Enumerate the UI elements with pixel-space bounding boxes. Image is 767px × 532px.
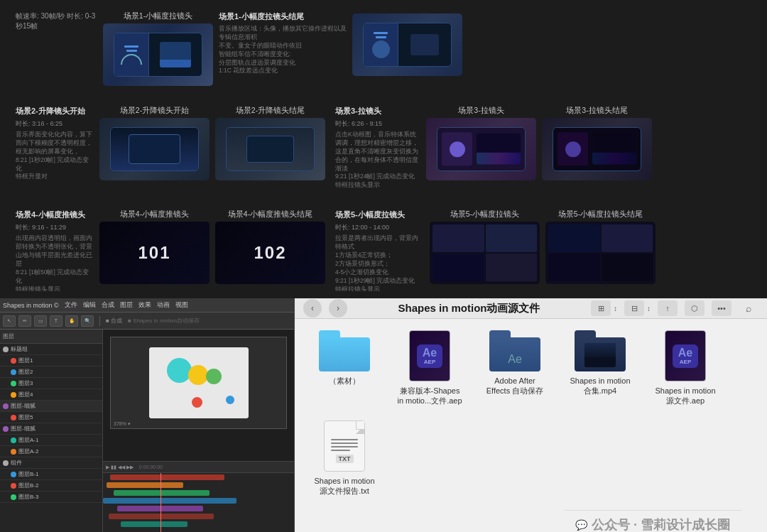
ae-icon-label: Ae AEP <box>417 344 442 368</box>
ae-tool-pen[interactable]: ✏ <box>18 315 31 327</box>
ae-tab-comp[interactable]: ■ 合成 <box>106 317 122 325</box>
ae-track-blue <box>103 498 236 504</box>
ae-layer-dot-12 <box>11 483 16 489</box>
ae-layer-dot-3 <box>11 381 16 386</box>
ae-layer-9[interactable]: 图层A-2 <box>0 446 102 457</box>
ae-tool-zoom[interactable]: 🔍 <box>81 315 94 327</box>
fb-folder-ae-label: Adobe AfterEffects 自动保存 <box>486 376 543 396</box>
fb-folder-material-label: （素材） <box>329 376 360 386</box>
ae-tool-hand[interactable]: ✋ <box>65 315 78 327</box>
ae-layer-5[interactable]: 图层-细腻 <box>0 401 102 412</box>
ae-menu-layer[interactable]: 图层 <box>120 300 133 310</box>
ae-layer-dot-5 <box>3 403 9 409</box>
ae-time-display: 0:00:00:00 <box>139 465 163 469</box>
shape-blue-circle <box>226 396 234 404</box>
ae-menu-effect[interactable]: 效果 <box>138 300 151 310</box>
fb-file-txt-report[interactable]: TXT Shapes in motion源文件报告.txt <box>309 420 380 496</box>
ae-layer-7[interactable]: 图层-细腻 <box>0 423 102 435</box>
ae-layer-4[interactable]: 图层4 <box>0 389 102 401</box>
scene1b-desc: 音乐播放区域：头像，播放其它操作进程以及专辑信息渐积不变。童女子的眼睛动作依旧智… <box>219 25 347 75</box>
ae-track-teal <box>121 521 187 527</box>
fb-file-folder-material[interactable]: （素材） <box>309 330 380 406</box>
ae-layer-name-4: 图层4 <box>18 391 33 398</box>
fb-back-button[interactable]: ‹ <box>303 299 322 317</box>
ae-canvas-frame: 378% ▾ <box>110 337 287 429</box>
scene1b-thumbnail <box>352 13 462 76</box>
ae-menu-comp[interactable]: 合成 <box>102 300 114 310</box>
ae-layer-dot-6 <box>11 415 16 420</box>
fb-file-ae-source[interactable]: Ae AEP Shapes in motion源文件.aep <box>650 330 721 406</box>
ae-timeline-header[interactable]: ▶ ▮▮ ◀◀ ▶▶ 0:00:00:00 <box>103 462 294 473</box>
ae-layer-dot-7 <box>3 426 9 432</box>
ae-menu-view[interactable]: 视图 <box>175 300 188 310</box>
ae-tab-autosave[interactable]: ■ Shapes in motion自动保存 <box>128 317 200 325</box>
ae-menu-anim[interactable]: 动画 <box>157 300 170 310</box>
ae-tool-shape[interactable]: ▭ <box>34 315 47 327</box>
ae-menubar[interactable]: Shapes in motion © 文件 编辑 合成 图层 效果 动画 视图 <box>0 298 294 313</box>
fb-ae-source-label: Shapes in motion源文件.aep <box>656 386 716 406</box>
ae-layer-3[interactable]: 图层3 <box>0 378 102 389</box>
fb-sort-icon[interactable]: ↕ <box>614 305 617 313</box>
ae-layer-10[interactable]: 组件 <box>0 457 102 469</box>
scene4a-thumb-block: 场景4-小幅度推镜头 101 <box>99 210 210 291</box>
fb-folder-mp4-label: Shapes in motion合集.mp4 <box>570 376 631 396</box>
ae-layer-dot-13 <box>11 494 16 500</box>
fb-file-folder-ae[interactable]: Ae Adobe AfterEffects 自动保存 <box>479 330 550 406</box>
scene3-title: 场景3-拉镜头 <box>335 106 420 116</box>
ae-menu-edit[interactable]: 编辑 <box>83 300 96 310</box>
txt-line-3 <box>331 446 358 447</box>
fb-list-view-btn[interactable]: ⊟ <box>624 300 644 316</box>
ae-layer-dot-11 <box>11 472 16 477</box>
ae-zoom-label: 378% ▾ <box>114 421 131 427</box>
ae-layer-13[interactable]: 图层B-3 <box>0 492 102 503</box>
scene5-title: 场景5-小幅度拉镜头 <box>335 210 424 220</box>
fb-ae-icon-source: Ae AEP <box>665 330 706 381</box>
top-section: 帧速率: 30帧/秒 时长: 0-3秒15帧 场景1-小幅度拉镜头 <box>0 0 767 298</box>
ae-layer-8[interactable]: 图层A-1 <box>0 435 102 446</box>
ae-playhead <box>161 473 161 532</box>
ae-layer-2[interactable]: 图层2 <box>0 367 102 378</box>
ae-play-controls[interactable]: ▶ ▮▮ ◀◀ ▶▶ <box>106 465 134 470</box>
fb-tag-btn[interactable]: ⬡ <box>685 300 705 316</box>
ae-toolbar: ↖ ✏ ▭ T ✋ 🔍 ■ 合成 ■ Shapes in motion自动保存 <box>0 313 294 330</box>
scene1b-title: 场景1-小幅度拉镜头结尾 <box>219 11 347 22</box>
scene2-title: 场景2-升降镜头开始 <box>16 106 94 116</box>
scene1a-thumb-block: 场景1-小幅度拉镜头 <box>103 11 213 86</box>
scene-row-3: 场景4-小幅度推镜头 时长: 9:16 - 11:29 出现画内容透明组，画面内… <box>10 205 757 291</box>
scene3b-thumb-block: 场景3-拉镜头结尾 <box>542 106 652 190</box>
wechat-icon: 💬 <box>575 519 587 531</box>
ae-track-red <box>110 474 224 480</box>
ae-layer-11[interactable]: 图层B-1 <box>0 469 102 480</box>
shape-red-circle <box>192 397 202 408</box>
fb-file-ae-compat[interactable]: Ae AEP 兼容版本-Shapesin motio...文件.aep <box>394 330 465 406</box>
ae-layer-1[interactable]: 图层1 <box>0 355 102 367</box>
scene2a-label: 场景2-升降镜头开始 <box>120 106 189 116</box>
ae-layer-12[interactable]: 图层B-2 <box>0 480 102 492</box>
ae-folder-ae-glyph: Ae <box>508 353 522 366</box>
scene4b-thumb-block: 场景4-小幅度推镜头结尾 102 <box>215 210 325 291</box>
fb-forward-button[interactable]: › <box>329 299 347 317</box>
scene2-time: 时长: 3:16 - 6:25 <box>16 119 94 129</box>
fb-sort2-icon[interactable]: ↕ <box>647 305 651 313</box>
ae-layer-dot-1 <box>11 358 16 364</box>
fb-files-row-1: （素材） Ae AEP 兼容版本-Shapesin motio...文件.aep <box>309 330 753 406</box>
ae-preview-canvas <box>149 347 249 418</box>
scene5b-thumb-block: 场景5-小幅度拉镜头结尾 <box>545 210 656 291</box>
fb-more-btn[interactable]: ••• <box>712 300 731 316</box>
fb-share-btn[interactable]: ↑ <box>658 300 678 316</box>
fb-grid-view-btn[interactable]: ⊞ <box>591 300 611 316</box>
ae-track-orange <box>107 482 183 488</box>
shape-yellow-circle <box>188 365 208 385</box>
fb-file-folder-mp4[interactable]: Shapes in motion合集.mp4 <box>565 330 636 406</box>
ae-layer-6[interactable]: 图层5 <box>0 412 102 423</box>
fb-search-btn[interactable]: ⌕ <box>739 298 758 318</box>
ae-menu-file[interactable]: 文件 <box>65 300 77 310</box>
scene3a-label: 场景3-拉镜头 <box>458 106 504 116</box>
watermark-text: 公众号 · 雪莉设计成长圈 <box>592 516 730 532</box>
scene3b-label: 场景3-拉镜头结尾 <box>566 106 627 116</box>
ae-layer-0[interactable]: 标题组 <box>0 344 102 355</box>
ae-layer-name-2: 图层2 <box>18 368 33 376</box>
ae-layer-dot-4 <box>11 392 16 398</box>
ae-tool-text[interactable]: T <box>50 315 62 327</box>
ae-tool-select[interactable]: ↖ <box>3 315 16 327</box>
